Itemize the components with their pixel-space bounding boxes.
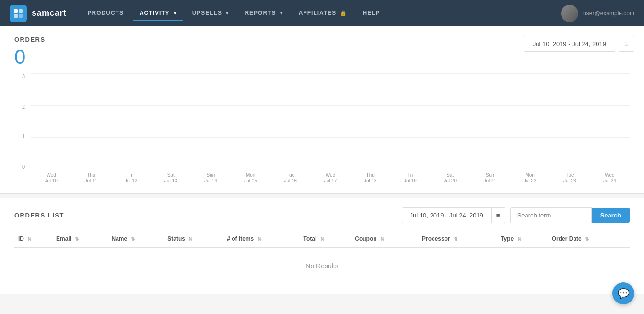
x-label-9: FriJul 19 bbox=[390, 172, 430, 183]
sort-icon-5: ⇅ bbox=[320, 236, 324, 242]
sort-icon-0: ⇅ bbox=[27, 236, 31, 242]
x-label-4: SunJul 14 bbox=[191, 172, 231, 183]
list-filter-button[interactable]: ≡ bbox=[492, 207, 505, 223]
sort-icon-9: ⇅ bbox=[585, 236, 589, 242]
x-day-14: Wed bbox=[605, 172, 614, 178]
y-label-1: 1 bbox=[22, 133, 25, 139]
x-label-5: MonJul 15 bbox=[231, 172, 270, 183]
x-date-0: Jul 10 bbox=[45, 178, 58, 183]
list-date-range-button[interactable]: Jul 10, 2019 - Jul 24, 2019 bbox=[402, 207, 492, 223]
sort-icon-7: ⇅ bbox=[454, 236, 457, 242]
x-day-0: Wed bbox=[46, 172, 56, 178]
nav-item-reports[interactable]: Reports ▾ bbox=[238, 6, 289, 21]
brand-logo[interactable]: samcart bbox=[10, 5, 67, 22]
col-header-num_of_items[interactable]: # of Items ⇅ bbox=[223, 230, 299, 247]
x-day-10: Sat bbox=[446, 172, 454, 178]
brand-name: samcart bbox=[32, 8, 67, 18]
avatar[interactable] bbox=[561, 5, 578, 22]
col-header-coupon[interactable]: Coupon ⇅ bbox=[351, 230, 418, 247]
nav-menu: Products Activity ▾ Upsells ▾ Reports ▾ … bbox=[81, 6, 562, 21]
search-button[interactable]: Search bbox=[592, 208, 630, 223]
chart-filter-button[interactable]: ≡ bbox=[619, 36, 634, 52]
y-label-3: 3 bbox=[22, 73, 25, 79]
sort-icon-2: ⇅ bbox=[131, 236, 135, 242]
grid-line-2 bbox=[31, 105, 630, 106]
chart-plot-area bbox=[31, 73, 630, 169]
nav-item-upsells[interactable]: Upsells ▾ bbox=[186, 6, 236, 21]
no-results-row: No Results bbox=[14, 247, 630, 284]
x-day-6: Tue bbox=[286, 172, 294, 178]
sort-icon-6: ⇅ bbox=[380, 236, 384, 242]
chart-x-labels: WedJul 10ThuJul 11FriJul 12SatJul 13SunJ… bbox=[31, 169, 630, 184]
x-label-3: SatJul 13 bbox=[151, 172, 191, 183]
y-label-2: 2 bbox=[22, 104, 25, 109]
x-day-1: Thu bbox=[87, 172, 95, 178]
x-date-9: Jul 19 bbox=[404, 178, 417, 183]
orders-list-section: ORDERS LIST Jul 10, 2019 - Jul 24, 2019 … bbox=[0, 198, 644, 294]
x-day-7: Wed bbox=[326, 172, 335, 178]
list-header: ORDERS LIST Jul 10, 2019 - Jul 24, 2019 … bbox=[14, 207, 630, 223]
x-date-13: Jul 23 bbox=[563, 178, 576, 183]
col-header-id[interactable]: ID ⇅ bbox=[14, 230, 52, 247]
x-day-4: Sun bbox=[207, 172, 215, 178]
user-email: user@example.com bbox=[583, 10, 634, 17]
nav-item-help[interactable]: Help bbox=[356, 6, 387, 21]
x-date-8: Jul 18 bbox=[364, 178, 377, 183]
search-input[interactable] bbox=[510, 207, 592, 223]
nav-item-affiliates[interactable]: Affiliates 🔒 bbox=[292, 6, 354, 21]
no-results-message: No Results bbox=[14, 247, 630, 284]
table-header-row: ID ⇅Email ⇅Name ⇅Status ⇅# of Items ⇅Tot… bbox=[14, 230, 630, 247]
svg-rect-1 bbox=[19, 9, 23, 13]
col-header-email[interactable]: Email ⇅ bbox=[52, 230, 108, 247]
chart-filter-icon: ≡ bbox=[624, 40, 628, 48]
col-header-processor[interactable]: Processor ⇅ bbox=[418, 230, 497, 247]
col-header-order_date[interactable]: Order Date ⇅ bbox=[548, 230, 630, 247]
sort-icon-4: ⇅ bbox=[258, 236, 261, 242]
affiliates-lock-icon: 🔒 bbox=[340, 10, 347, 16]
x-label-6: TueJul 16 bbox=[270, 172, 310, 183]
x-day-12: Mon bbox=[525, 172, 534, 178]
navbar: samcart Products Activity ▾ Upsells ▾ Re… bbox=[0, 0, 644, 26]
chart-y-labels: 3 2 1 0 bbox=[14, 73, 29, 169]
chart-container: 3 2 1 0 WedJul 10ThuJul 11FriJul 12SatJu… bbox=[14, 73, 630, 184]
grid-line-1 bbox=[31, 137, 630, 138]
upsells-caret-icon: ▾ bbox=[226, 11, 229, 16]
col-header-type[interactable]: Type ⇅ bbox=[497, 230, 548, 247]
col-header-name[interactable]: Name ⇅ bbox=[108, 230, 164, 247]
x-label-12: MonJul 22 bbox=[510, 172, 550, 183]
x-date-3: Jul 13 bbox=[164, 178, 177, 183]
x-date-6: Jul 16 bbox=[284, 178, 297, 183]
x-label-13: TueJul 23 bbox=[550, 172, 590, 183]
x-date-7: Jul 17 bbox=[324, 178, 337, 183]
search-group: Search bbox=[510, 207, 630, 223]
grid-line-3 bbox=[31, 73, 630, 74]
sort-icon-8: ⇅ bbox=[517, 236, 521, 242]
x-day-9: Fri bbox=[408, 172, 413, 178]
chart-date-range-button[interactable]: Jul 10, 2019 - Jul 24, 2019 bbox=[524, 36, 615, 52]
brand-icon bbox=[10, 5, 27, 22]
table-body: No Results bbox=[14, 247, 630, 284]
x-date-10: Jul 20 bbox=[444, 178, 457, 183]
col-header-total[interactable]: Total ⇅ bbox=[300, 230, 351, 247]
x-label-10: SatJul 20 bbox=[430, 172, 470, 183]
nav-item-activity[interactable]: Activity ▾ bbox=[133, 6, 183, 21]
x-label-14: WedJul 24 bbox=[590, 172, 630, 183]
x-date-12: Jul 22 bbox=[524, 178, 537, 183]
x-day-3: Sat bbox=[167, 172, 175, 178]
x-date-2: Jul 12 bbox=[125, 178, 138, 183]
y-label-0: 0 bbox=[22, 164, 25, 169]
x-date-4: Jul 14 bbox=[204, 178, 217, 183]
sort-icon-1: ⇅ bbox=[75, 236, 79, 242]
list-date-range-group: Jul 10, 2019 - Jul 24, 2019 ≡ bbox=[402, 207, 505, 223]
x-label-0: WedJul 10 bbox=[31, 172, 71, 183]
table-header: ID ⇅Email ⇅Name ⇅Status ⇅# of Items ⇅Tot… bbox=[14, 230, 630, 247]
x-day-8: Thu bbox=[366, 172, 375, 178]
user-menu[interactable]: user@example.com bbox=[561, 5, 634, 22]
activity-caret-icon: ▾ bbox=[174, 11, 176, 16]
x-label-11: SunJul 21 bbox=[470, 172, 510, 183]
x-label-1: ThuJul 11 bbox=[71, 172, 111, 183]
nav-item-products[interactable]: Products bbox=[81, 6, 130, 21]
col-header-status[interactable]: Status ⇅ bbox=[164, 230, 223, 247]
x-date-1: Jul 11 bbox=[84, 178, 97, 183]
list-filter-icon: ≡ bbox=[496, 212, 500, 219]
